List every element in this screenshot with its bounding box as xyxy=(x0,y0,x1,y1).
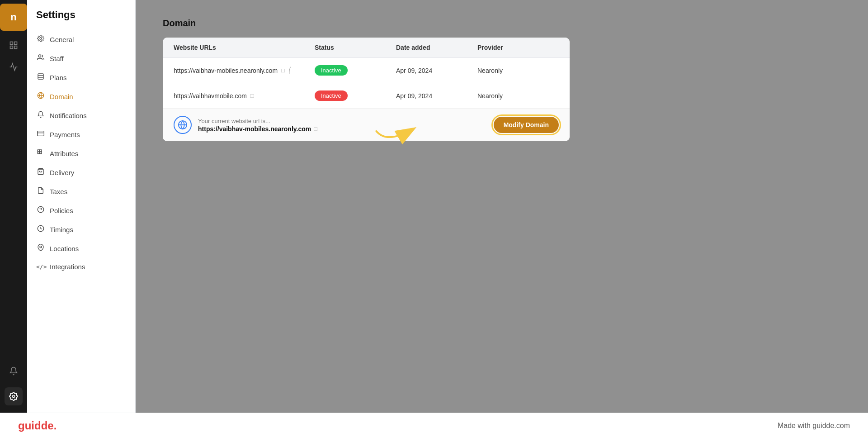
staff-icon xyxy=(36,54,45,63)
footer-tagline: Made with guidde.com xyxy=(778,422,850,430)
col-header-provider: Provider xyxy=(477,44,559,51)
row1-url-text: https://vaibhav-mobiles.nearonly.com xyxy=(174,67,278,74)
sidebar-item-attributes[interactable]: Attributes xyxy=(27,144,135,163)
sidebar-label-attributes: Attributes xyxy=(50,150,78,157)
timings-icon xyxy=(36,225,45,234)
sidebar-item-staff[interactable]: Staff xyxy=(27,49,135,68)
sidebar-label-policies: Policies xyxy=(50,207,73,214)
svg-point-6 xyxy=(38,55,41,57)
sidebar-label-payments: Payments xyxy=(50,131,80,138)
sidebar-item-plans[interactable]: Plans xyxy=(27,68,135,87)
domain-card: Website URLs Status Date added Provider … xyxy=(163,38,570,141)
row1-url: https://vaibhav-mobiles.nearonly.com □ ⎛ xyxy=(174,67,315,74)
general-icon xyxy=(36,35,45,44)
row1-edit-icon[interactable]: ⎛ xyxy=(288,67,292,74)
plans-icon xyxy=(36,73,45,82)
sidebar-item-timings[interactable]: Timings xyxy=(27,220,135,239)
delivery-icon xyxy=(36,168,45,177)
policies-icon xyxy=(36,206,45,215)
svg-point-4 xyxy=(13,395,15,398)
current-url-text-block: Your current website url is... https://v… xyxy=(198,118,317,133)
table-row: https://vaibhavmobile.com □ Inactive Apr… xyxy=(163,83,570,109)
sidebar-label-locations: Locations xyxy=(50,245,79,252)
footer: guidde. Made with guidde.com xyxy=(0,413,868,438)
col-header-url: Website URLs xyxy=(174,44,315,51)
row2-status: Inactive xyxy=(315,90,396,101)
sidebar-item-delivery[interactable]: Delivery xyxy=(27,163,135,182)
icon-bar-chart[interactable] xyxy=(5,58,23,76)
table-row: https://vaibhav-mobiles.nearonly.com □ ⎛… xyxy=(163,58,570,83)
icon-bar-store[interactable] xyxy=(5,36,23,54)
integrations-icon: </> xyxy=(36,263,45,270)
attributes-icon xyxy=(36,149,45,158)
sidebar-item-domain[interactable]: Domain xyxy=(27,87,135,106)
content-area: Domain Website URLs Status Date added Pr… xyxy=(136,0,868,413)
current-url-copy-icon[interactable]: □ xyxy=(314,125,317,132)
domain-table-header: Website URLs Status Date added Provider xyxy=(163,38,570,58)
current-url-info: Your current website url is... https://v… xyxy=(174,116,317,134)
row2-url-text: https://vaibhavmobile.com xyxy=(174,92,247,100)
svg-rect-12 xyxy=(38,131,44,136)
taxes-icon xyxy=(36,187,45,196)
col-header-status: Status xyxy=(315,44,396,51)
domain-section-title: Domain xyxy=(163,18,841,29)
svg-rect-14 xyxy=(38,150,39,152)
domain-icon xyxy=(36,92,45,101)
sidebar-label-general: General xyxy=(50,36,74,43)
footer-logo: guidde. xyxy=(18,419,57,432)
page-title: Settings xyxy=(27,9,135,30)
row1-provider: Nearonly xyxy=(477,67,559,74)
col-header-date: Date added xyxy=(396,44,477,51)
sidebar-item-general[interactable]: General xyxy=(27,30,135,49)
current-url-label: Your current website url is... xyxy=(198,118,317,124)
sidebar-label-staff: Staff xyxy=(50,55,64,62)
payments-icon xyxy=(36,130,45,139)
row2-provider: Nearonly xyxy=(477,92,559,100)
sidebar-item-policies[interactable]: Policies xyxy=(27,201,135,220)
row2-copy-icon[interactable]: □ xyxy=(250,92,254,99)
svg-rect-3 xyxy=(14,46,17,49)
sidebar-item-integrations[interactable]: </> Integrations xyxy=(27,258,135,276)
notifications-icon xyxy=(36,111,45,120)
row1-date: Apr 09, 2024 xyxy=(396,67,477,74)
sidebar-label-notifications: Notifications xyxy=(50,112,87,119)
sidebar-item-payments[interactable]: Payments xyxy=(27,125,135,144)
sidebar-label-timings: Timings xyxy=(50,226,73,233)
globe-icon xyxy=(174,116,192,134)
svg-rect-2 xyxy=(10,46,13,49)
svg-rect-1 xyxy=(14,42,17,45)
current-url-text: https://vaibhav-mobiles.nearonly.com xyxy=(198,125,311,133)
svg-rect-16 xyxy=(38,152,39,154)
sidebar-label-taxes: Taxes xyxy=(50,188,67,195)
sidebar-label-delivery: Delivery xyxy=(50,169,74,176)
sidebar-label-plans: Plans xyxy=(50,74,67,81)
sidebar-item-notifications[interactable]: Notifications xyxy=(27,106,135,125)
row2-status-badge: Inactive xyxy=(315,90,348,101)
row1-copy-icon[interactable]: □ xyxy=(281,67,285,74)
row2-url: https://vaibhavmobile.com □ xyxy=(174,92,315,100)
sidebar-label-domain: Domain xyxy=(50,93,73,100)
current-url-row: Your current website url is... https://v… xyxy=(163,109,570,141)
svg-rect-7 xyxy=(38,74,43,79)
icon-bar: n xyxy=(0,0,27,413)
row1-status: Inactive xyxy=(315,65,396,76)
locations-icon xyxy=(36,244,45,253)
svg-rect-17 xyxy=(40,152,42,154)
sidebar-label-integrations: Integrations xyxy=(50,263,85,271)
svg-point-22 xyxy=(40,246,42,248)
svg-rect-0 xyxy=(10,42,13,45)
row1-status-badge: Inactive xyxy=(315,65,348,76)
svg-rect-15 xyxy=(40,150,42,152)
svg-point-5 xyxy=(40,38,42,39)
current-url-value: https://vaibhav-mobiles.nearonly.com □ xyxy=(198,125,317,133)
icon-bar-notifications[interactable] xyxy=(5,362,23,380)
sidebar: Settings General Staff Plans Domain xyxy=(27,0,136,413)
icon-bar-settings[interactable] xyxy=(5,387,23,405)
modify-domain-button[interactable]: Modify Domain xyxy=(494,117,559,133)
sidebar-item-taxes[interactable]: Taxes xyxy=(27,182,135,201)
row2-date: Apr 09, 2024 xyxy=(396,92,477,100)
sidebar-item-locations[interactable]: Locations xyxy=(27,239,135,258)
app-logo[interactable]: n xyxy=(0,4,27,31)
